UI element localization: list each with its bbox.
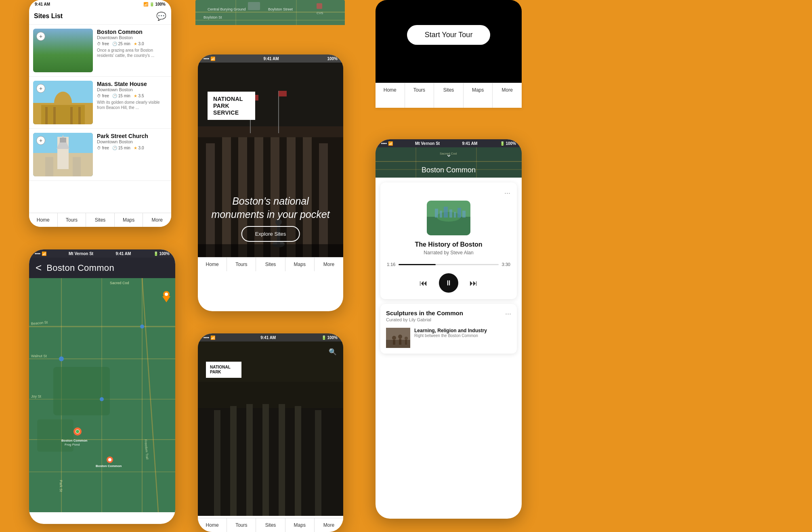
- nav-maps-p6[interactable]: Maps: [285, 518, 315, 532]
- nav-sites-p6[interactable]: Sites: [256, 518, 285, 532]
- progress-track[interactable]: [399, 264, 498, 265]
- svg-point-78: [165, 293, 168, 296]
- svg-rect-82: [214, 410, 220, 516]
- nps-badge-p6: NATIONALPARK: [206, 362, 241, 378]
- svg-text:Central Burying Ground: Central Burying Ground: [208, 7, 246, 11]
- svg-rect-98: [435, 209, 438, 218]
- nav-tours-p6[interactable]: Tours: [227, 518, 256, 532]
- svg-rect-110: [399, 339, 401, 345]
- site-name-2: Mass. State House: [97, 81, 167, 87]
- nav-more-p4[interactable]: More: [493, 83, 522, 108]
- svg-text:Walnut St: Walnut St: [31, 354, 47, 358]
- site-card-park-street: + Park Street Church Downtown Boston ⏱ f…: [29, 129, 171, 181]
- nav-sites-p3[interactable]: Sites: [256, 258, 285, 271]
- map-area-p5: Beacon St Walnut St Joy St Park St Freed…: [29, 278, 175, 512]
- hero-tagline: Boston's national monuments in your pock…: [206, 195, 335, 221]
- bottom-nav-p3: Home Tours Sites Maps More: [198, 257, 343, 271]
- collection-title: Sculptures in the Common: [386, 310, 463, 316]
- explore-sites-btn[interactable]: Explore Sites: [241, 226, 300, 242]
- svg-rect-42: [279, 91, 287, 96]
- svg-rect-17: [70, 107, 73, 124]
- nav-more-p1[interactable]: More: [143, 213, 171, 227]
- status-time-p1: 9:41 AM: [35, 2, 50, 6]
- hero-image-area: NATIONALPARKSERVICE Boston's national mo…: [198, 63, 343, 257]
- phone-map-boston: •••• 📶 Mt Vernon St 9:41 AM 🔋 100% < Bos…: [29, 249, 175, 524]
- nav-tours-p4[interactable]: Tours: [405, 83, 434, 108]
- add-boston-common-btn[interactable]: +: [36, 32, 45, 41]
- nav-maps-p3[interactable]: Maps: [285, 258, 315, 271]
- audio-card: ··· The History of Boston Narrated by St…: [380, 182, 517, 299]
- nav-home-p3[interactable]: Home: [198, 258, 227, 271]
- back-btn-p5[interactable]: <: [36, 262, 42, 274]
- pause-btn[interactable]: ⏸: [439, 273, 458, 293]
- nav-sites-p4[interactable]: Sites: [434, 83, 464, 108]
- nav-maps-p4[interactable]: Maps: [464, 83, 493, 108]
- nav-tours-p1[interactable]: Tours: [58, 213, 86, 227]
- svg-point-74: [100, 397, 104, 401]
- svg-rect-88: [315, 410, 321, 516]
- collection-curator: Curated by Lily Gabrial: [386, 317, 463, 322]
- phone-nav-top: Home Tours Sites Maps More: [376, 83, 522, 108]
- nps-text-p6: NATIONALPARK: [210, 365, 237, 375]
- site-name-1: Boston Common: [97, 29, 167, 35]
- nps-badge-p3: NATIONALPARKSERVICE: [208, 92, 255, 120]
- svg-rect-10: [248, 2, 260, 10]
- svg-text:Boylston St: Boylston St: [204, 15, 222, 19]
- map-header: < Boston Common: [29, 258, 175, 278]
- phone-nps-bottom: •••• 📶 9:41 AM 🔋 100% NATIONALPARK 🔍 Ho: [198, 333, 343, 532]
- nav-home-p4[interactable]: Home: [376, 83, 405, 108]
- svg-point-107: [392, 336, 396, 340]
- site-loc-2: Downtown Boston: [97, 87, 167, 92]
- svg-rect-112: [405, 340, 407, 345]
- svg-rect-101: [449, 209, 452, 218]
- nav-more-p3[interactable]: More: [315, 258, 343, 271]
- status-time-p3: 9:41 AM: [264, 57, 279, 61]
- audio-time-total: 3:30: [502, 262, 510, 267]
- collection-item-1: Learning, Religion and Industry Right be…: [386, 328, 511, 348]
- status-icons-p1: 📶 🔋 100%: [143, 2, 166, 6]
- nav-tours-p3[interactable]: Tours: [227, 258, 256, 271]
- svg-rect-86: [279, 404, 285, 516]
- site-card-state-house: + Mass. State House Downtown Boston ⏱ fr…: [29, 77, 171, 129]
- nav-home-p1[interactable]: Home: [29, 213, 58, 227]
- svg-rect-108: [393, 340, 395, 345]
- nav-sites-p1[interactable]: Sites: [86, 213, 115, 227]
- forward-btn[interactable]: ⏭: [470, 279, 478, 288]
- status-bar-p5: •••• 📶 Mt Vernon St 9:41 AM 🔋 100%: [29, 249, 175, 258]
- status-bar-p6: •••• 📶 9:41 AM 🔋 100%: [198, 333, 343, 341]
- audio-progress-bar: 1:16 3:30: [387, 262, 510, 267]
- site-desc-1: Once a grazing area for Boston residents…: [97, 48, 167, 58]
- svg-rect-57: [53, 367, 110, 415]
- nav-more-p6[interactable]: More: [315, 518, 343, 532]
- svg-rect-100: [444, 207, 448, 218]
- svg-point-71: [108, 458, 111, 461]
- collection-thumb-1: [386, 328, 410, 348]
- search-icon-p6[interactable]: 🔍: [329, 348, 337, 356]
- svg-rect-99: [440, 211, 442, 218]
- audio-title: The History of Boston: [387, 241, 510, 248]
- site-meta-2: ⏱ free 🕐 15 min ★ 3.5: [97, 94, 167, 98]
- status-bar-p7: •••• 📶 Mt Vernon St 9:41 AM 🔋 100%: [376, 139, 522, 147]
- rewind-btn[interactable]: ⏮: [420, 279, 428, 288]
- svg-point-111: [405, 337, 408, 340]
- nav-home-p6[interactable]: Home: [198, 518, 227, 532]
- chat-icon[interactable]: 💬: [156, 11, 166, 21]
- phone-audio: •••• 📶 Mt Vernon St 9:41 AM 🔋 100% Sacre…: [376, 139, 522, 519]
- svg-rect-23: [60, 138, 66, 142]
- collection-item-title-1: Learning, Religion and Industry: [414, 328, 487, 333]
- three-dots-audio[interactable]: ···: [504, 189, 510, 197]
- svg-rect-14: [41, 105, 85, 124]
- nav-maps-p1[interactable]: Maps: [115, 213, 143, 227]
- audio-controls: ⏮ ⏸ ⏭: [387, 273, 510, 293]
- svg-text:Park St: Park St: [59, 480, 63, 492]
- phone-sites-list: 9:41 AM 📶 🔋 100% Sites List 💬 + Boston C…: [29, 0, 171, 227]
- chevron-down-icon[interactable]: ⌄: [446, 150, 452, 159]
- site-meta-1: ⏱ free 🕐 25 min ★ 3.0: [97, 42, 167, 46]
- svg-rect-102: [454, 212, 456, 218]
- start-tour-btn[interactable]: Start Your Tour: [407, 25, 491, 45]
- add-park-street-btn[interactable]: +: [36, 136, 45, 145]
- map-title-p5: Boston Common: [46, 263, 114, 273]
- svg-rect-36: [198, 125, 343, 137]
- add-state-house-btn[interactable]: +: [36, 84, 45, 93]
- three-dots-collection[interactable]: ···: [505, 310, 511, 318]
